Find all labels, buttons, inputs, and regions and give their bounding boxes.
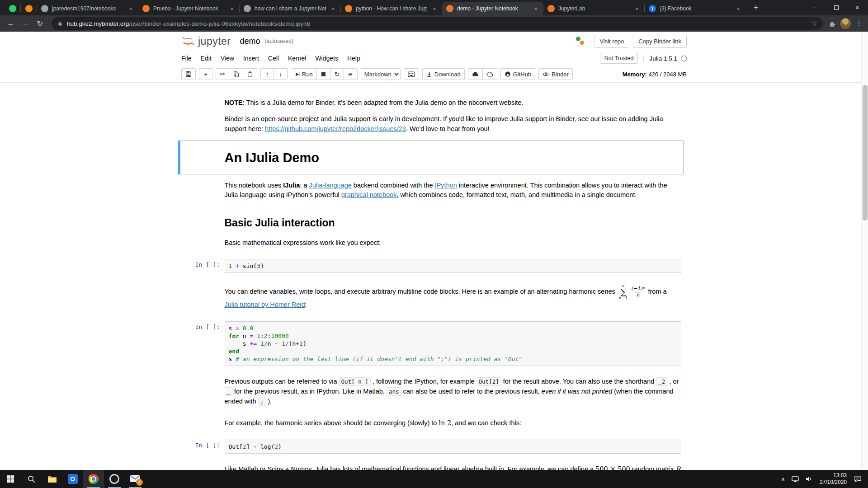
profile-avatar[interactable] (840, 18, 851, 29)
command-palette-button[interactable] (404, 68, 419, 80)
kernel-name: Julia 1.5.1 (649, 55, 677, 62)
menu-help[interactable]: Help (343, 52, 365, 64)
address-bar[interactable]: hub.gke2.mybinder.org/user/binder-exampl… (52, 17, 823, 30)
menu-file[interactable]: File (177, 52, 196, 64)
cut-cells-button[interactable]: ✂ (216, 68, 229, 80)
markdown-link[interactable]: Julia-language (309, 182, 352, 189)
extensions-puzzle-icon[interactable] (828, 19, 836, 28)
blue-app-button[interactable] (62, 470, 83, 488)
tab-share-jupyter-search[interactable]: how can i share a Jupyter Note... × (240, 2, 341, 15)
menu-insert[interactable]: Insert (239, 52, 264, 64)
markdown-cell[interactable]: Previous outputs can be referred to via … (178, 371, 684, 412)
tab-close-icon[interactable]: × (735, 5, 742, 12)
menu-edit[interactable]: Edit (196, 52, 216, 64)
show-desktop-button[interactable] (865, 470, 867, 488)
markdown-link[interactable]: IPython (435, 182, 457, 189)
jupyter-favicon-icon (142, 5, 150, 12)
tab-stackoverflow[interactable]: python - How can I share Jupy... × (341, 2, 442, 15)
action-center-button[interactable] (851, 470, 865, 488)
markdown-cell[interactable]: Basic Julia interaction Basic mathematic… (178, 207, 684, 253)
restart-run-all-button[interactable] (344, 68, 358, 80)
markdown-cell[interactable]: You can define variables, write loops, a… (178, 278, 684, 316)
start-button[interactable] (0, 470, 21, 488)
bookmark-star-icon[interactable]: ☆ (811, 19, 817, 28)
tab-close-icon[interactable]: × (532, 5, 539, 12)
taskbar-search-button[interactable] (21, 470, 42, 488)
tab-jupyterlab[interactable]: JupyterLab × (543, 2, 645, 15)
mail-app-button[interactable]: 4 (125, 470, 146, 488)
facebook-favicon-icon: f (649, 5, 656, 12)
tab-close-icon[interactable]: × (431, 5, 438, 12)
markdown-link[interactable]: graphical notebook (341, 191, 397, 198)
save-button[interactable] (181, 68, 196, 80)
back-button[interactable]: ← (5, 17, 17, 30)
markdown-link[interactable]: https://github.com/jupyter/repo2docker/i… (265, 125, 406, 132)
menu-kernel[interactable]: Kernel (283, 52, 311, 64)
copy-cells-button[interactable] (229, 68, 243, 80)
generic-favicon-icon (244, 5, 251, 12)
maximize-button[interactable] (826, 0, 847, 15)
menu-view[interactable]: View (216, 52, 239, 64)
code-cell[interactable]: In [ ]: 1 + sin(3) (178, 254, 684, 277)
selected-markdown-cell[interactable]: An IJulia Demo (178, 141, 684, 174)
code-input[interactable]: 1 + sin(3) (225, 259, 681, 273)
paste-cells-button[interactable] (243, 68, 257, 80)
network-icon[interactable] (788, 470, 802, 488)
markdown-cell[interactable]: For example, the harmonic series above s… (178, 413, 684, 434)
new-tab-button[interactable]: + (750, 1, 762, 14)
visit-repo-button[interactable]: Visit repo (594, 35, 629, 48)
autosave-status: (autosaved) (265, 38, 293, 44)
chrome-taskbar-button[interactable] (83, 470, 104, 488)
tab-notebooks-list[interactable]: jparedesm1907/notebooks × (37, 2, 138, 15)
move-cell-down-button[interactable]: ↓ (274, 68, 288, 80)
download-button[interactable]: Download (422, 68, 465, 80)
tab-facebook[interactable]: f (3) Facebook × (645, 2, 746, 15)
copy-binder-link-button[interactable]: Copy Binder link (633, 35, 687, 48)
tab-close-icon[interactable]: × (633, 5, 641, 12)
taskbar-clock[interactable]: 13:03 27/10/2020 (816, 472, 851, 486)
browser-menu-icon[interactable]: ⋮ (854, 19, 863, 28)
menu-cell[interactable]: Cell (264, 52, 283, 64)
not-trusted-button[interactable]: Not Trusted (600, 53, 638, 64)
markdown-cell[interactable]: This notebook uses IJulia: a Julia-langu… (178, 175, 684, 206)
minimize-button[interactable] (804, 0, 826, 15)
interrupt-kernel-button[interactable] (317, 68, 330, 80)
pinned-tab-orange-app[interactable] (21, 2, 37, 15)
jupyter-logo-text[interactable]: jupyter (198, 35, 231, 47)
tab-title: demo - Jupyter Notebook (457, 5, 528, 12)
run-cell-button[interactable]: Run (291, 68, 317, 80)
insert-cell-below-button[interactable]: + (199, 68, 212, 80)
markdown-link[interactable]: Julia tutorial by Homer Reid (225, 301, 305, 308)
close-window-button[interactable]: × (847, 0, 868, 15)
hidden-icons-caret[interactable]: ∧ (778, 470, 788, 488)
dark-ring-app-button[interactable] (104, 470, 125, 488)
cloud-download-button[interactable] (483, 68, 497, 80)
input-prompt: In [ ]: (180, 259, 225, 273)
reload-button[interactable]: ↻ (33, 17, 46, 30)
pinned-tab-whatsapp[interactable] (5, 2, 21, 15)
tab-close-icon[interactable]: × (228, 5, 236, 12)
markdown-cell[interactable]: Like Matlab or Scipy + Numpy, Julia has … (178, 459, 684, 470)
restart-kernel-button[interactable]: ↻ (330, 68, 344, 80)
notebook-title[interactable]: demo (240, 37, 260, 46)
code-cell[interactable]: In [ ]: s = 0.0for n = 1:2:10000 s += 1/… (178, 317, 684, 371)
file-explorer-button[interactable] (42, 470, 62, 488)
whatsapp-favicon-icon (9, 5, 16, 12)
scrollbar-thumb[interactable] (863, 85, 868, 221)
code-input[interactable]: s = 0.0for n = 1:2:10000 s += 1/n - 1/(n… (225, 321, 681, 366)
tab-demo-notebook-active[interactable]: demo - Jupyter Notebook × (442, 2, 543, 15)
markdown-cell[interactable]: NOTE: This is a Julia demo for Binder, i… (178, 93, 684, 140)
menu-widgets[interactable]: Widgets (311, 52, 343, 64)
volume-icon[interactable] (802, 470, 816, 488)
forward-button[interactable]: → (19, 17, 32, 30)
github-button[interactable]: GitHub (500, 68, 535, 80)
code-input[interactable]: Out[2] - log(2) (225, 440, 681, 454)
binder-button[interactable]: Binder (538, 68, 573, 80)
tab-prueba-notebook[interactable]: Prueba - Jupyter Notebook × (138, 2, 240, 15)
tab-close-icon[interactable]: × (330, 5, 337, 12)
tab-close-icon[interactable]: × (127, 5, 134, 12)
code-cell[interactable]: In [ ]: Out[2] - log(2) (178, 435, 684, 458)
move-cell-up-button[interactable]: ↑ (260, 68, 274, 80)
cloud-upload-button[interactable] (468, 68, 483, 80)
cell-type-select[interactable]: Markdown (361, 68, 401, 80)
